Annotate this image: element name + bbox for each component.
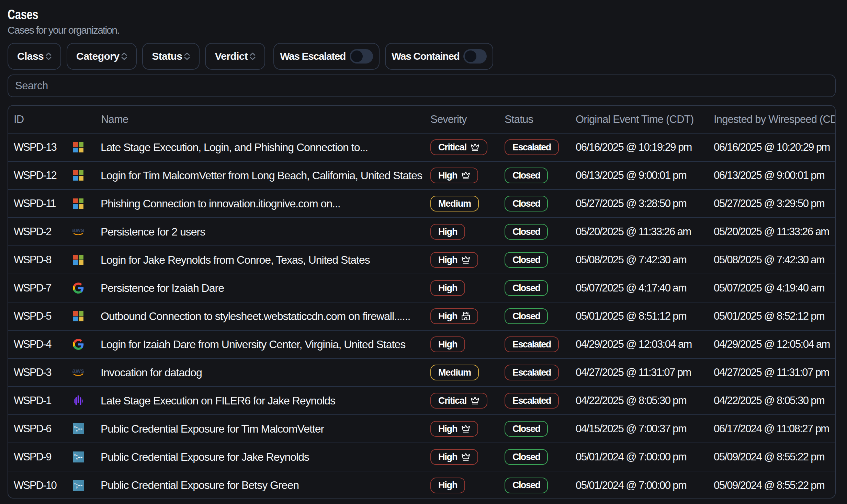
- svg-text:aws: aws: [72, 226, 84, 233]
- svg-text:aws: aws: [72, 367, 84, 374]
